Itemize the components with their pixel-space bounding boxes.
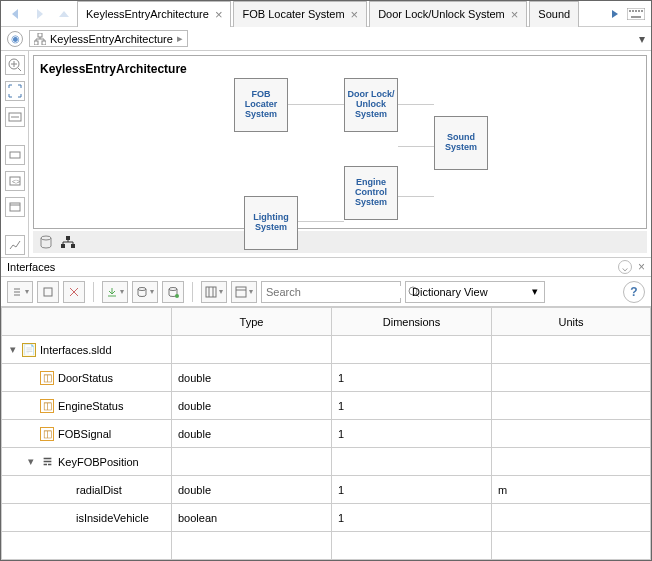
svg-rect-0 [627,8,645,20]
keyboard-icon[interactable] [625,8,647,20]
svg-rect-28 [44,288,52,296]
hierarchy-view-icon[interactable] [59,234,77,250]
breadcrumb[interactable]: KeylessEntryArchitecture ▸ [29,30,188,47]
dictionary-icon: 📄 [22,343,36,357]
interfaces-table: Type Dimensions Units ▾📄Interfaces.sldd … [1,307,651,560]
svg-rect-4 [638,10,640,12]
bus-interface-icon: ☴ [40,455,54,469]
svg-point-34 [175,294,179,298]
expand-icon[interactable]: ▾ [26,455,36,468]
svg-text:<>: <> [12,178,20,185]
breadcrumb-label: KeylessEntryArchitecture [50,33,173,45]
tab-strip: KeylessEntryArchitecture × FOB Locater S… [77,1,605,27]
svg-rect-5 [641,10,643,12]
close-icon[interactable]: × [351,8,359,21]
database-icon[interactable] [37,234,55,250]
close-icon[interactable]: × [215,8,223,21]
table-row[interactable]: ▾☴KeyFOBPosition [2,448,651,476]
tab-label: Sound [538,8,570,20]
chevron-right-icon: ▸ [177,32,183,45]
svg-point-21 [41,236,51,240]
svg-rect-9 [42,41,46,45]
columns-button[interactable] [201,281,227,303]
connector [398,196,434,197]
model-root-icon[interactable]: ◉ [7,31,23,47]
connector [398,146,434,147]
table-row[interactable]: radialDist double 1 m [2,476,651,504]
connector [288,104,344,105]
view-mode-select[interactable]: Dictionary View ▾ [405,281,545,303]
interface-icon: ◫ [40,399,54,413]
fit-view-icon[interactable] [5,81,25,101]
breadcrumb-menu-button[interactable]: ▾ [639,32,645,46]
svg-rect-8 [34,41,38,45]
nav-forward-button[interactable] [29,4,51,24]
block-sound[interactable]: Sound System [434,116,488,170]
svg-point-32 [138,287,146,290]
connector [298,221,344,222]
svg-rect-22 [66,236,70,240]
close-panel-button[interactable]: × [638,260,645,274]
toggle-legend-icon[interactable] [5,107,25,127]
chevron-down-icon: ▾ [532,285,538,298]
add-element-button[interactable] [37,281,59,303]
help-button[interactable]: ? [623,281,645,303]
svg-rect-16 [10,152,20,158]
minimize-panel-button[interactable]: ⌵ [618,260,632,274]
hierarchy-icon [34,33,46,45]
block-door-lock[interactable]: Door Lock/ Unlock System [344,78,398,132]
svg-rect-3 [635,10,637,12]
delete-button[interactable] [63,281,85,303]
tab-label: KeylessEntryArchitecture [86,8,209,20]
tab-door-lock[interactable]: Door Lock/Unlock System × [369,1,527,27]
close-icon[interactable]: × [511,8,519,21]
canvas-title: KeylessEntryArchitecture [40,62,640,76]
block-engine-control[interactable]: Engine Control System [344,166,398,220]
table-row[interactable]: ▾📄Interfaces.sldd [2,336,651,364]
table-row[interactable]: isInsideVehicle boolean 1 [2,504,651,532]
svg-rect-38 [236,287,246,297]
table-row [2,532,651,560]
tab-keyless-entry[interactable]: KeylessEntryArchitecture × [77,1,231,27]
block-lighting[interactable]: Lighting System [244,196,298,250]
table-row[interactable]: ◫FOBSignal double 1 [2,420,651,448]
import-button[interactable] [102,281,128,303]
type-column-header[interactable]: Type [172,308,332,336]
add-interface-button[interactable] [7,281,33,303]
chart-icon[interactable] [5,235,25,255]
svg-rect-19 [10,203,20,211]
table-row[interactable]: ◫DoorStatus double 1 [2,364,651,392]
dimensions-column-header[interactable]: Dimensions [332,308,492,336]
tab-sound[interactable]: Sound [529,1,579,27]
tab-overflow-button[interactable] [607,7,623,21]
save-dictionary-button[interactable] [162,281,184,303]
panel-title: Interfaces [7,261,55,273]
svg-rect-35 [206,287,216,297]
search-input[interactable] [261,281,401,303]
block-fob-locater[interactable]: FOB Locater System [234,78,288,132]
interface-icon: ◫ [40,371,54,385]
units-column-header[interactable]: Units [492,308,651,336]
interface-icon: ◫ [40,427,54,441]
canvas-side-toolbar: <> [1,51,29,257]
tree-column-header[interactable] [2,308,172,336]
code-block-icon[interactable]: <> [5,171,25,191]
tab-fob-locater[interactable]: FOB Locater System × [233,1,367,27]
filter-button[interactable] [231,281,257,303]
nav-up-button[interactable] [53,4,75,24]
rect-icon[interactable] [5,145,25,165]
zoom-in-icon[interactable] [5,55,25,75]
architecture-canvas[interactable]: KeylessEntryArchitecture FOB Locater Sys… [33,55,647,229]
svg-point-33 [169,287,177,290]
link-dictionary-button[interactable] [132,281,158,303]
connector [398,104,434,105]
svg-rect-6 [631,16,641,18]
bus-icon[interactable] [5,197,25,217]
svg-rect-24 [71,244,75,248]
table-row[interactable]: ◫EngineStatus double 1 [2,392,651,420]
tab-label: FOB Locater System [242,8,344,20]
svg-rect-23 [61,244,65,248]
expand-icon[interactable]: ▾ [8,343,18,356]
nav-back-button[interactable] [5,4,27,24]
tab-label: Door Lock/Unlock System [378,8,505,20]
